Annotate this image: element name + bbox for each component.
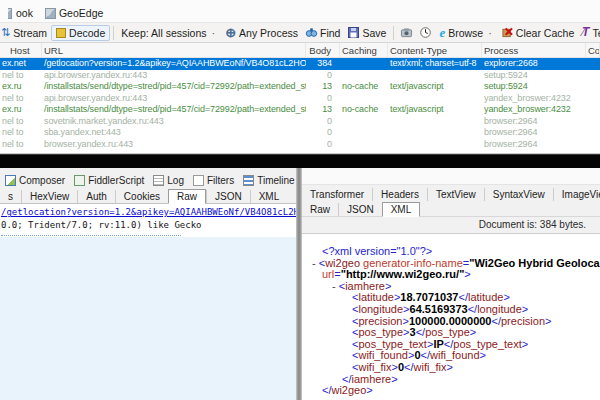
response-tab-imageview[interactable]: ImageView [553,188,600,201]
request-tab-xml[interactable]: XML [250,190,288,203]
xml-token: IP [433,339,443,350]
raw-request-view: /getlocation?version=1.2&apikey=AQIAAHBW… [0,204,296,400]
screenshot-button[interactable] [397,26,416,39]
request-body-area[interactable] [0,237,296,400]
dropdown-dot-icon: · [211,27,215,39]
cell-body: 0 [306,127,340,139]
request-tab-auth[interactable]: Auth [77,190,115,203]
response-tab-xml[interactable]: XML [382,202,421,217]
column-header-caching[interactable]: Caching [340,43,388,57]
tool-tab-log[interactable]: Log [150,174,190,187]
cell-comment [586,81,600,93]
response-inspector-panel: TransformerHeadersTextViewSyntaxViewImag… [302,168,600,400]
tab-label: Auth [86,191,107,202]
browse-button[interactable]: e Browse · [435,26,497,40]
request-tab-raw[interactable]: Raw [168,189,206,204]
find-button[interactable]: Find [302,26,344,40]
tool-tab-timeline[interactable]: Timeline [240,174,300,187]
column-header-content-type[interactable]: Content-Type [388,43,482,57]
xml-token: wi2geo [325,258,360,269]
cell-host: nel to [0,70,42,82]
response-tab-raw[interactable]: Raw [302,203,338,216]
cell-ctype: text/javascript [388,104,482,116]
keep-sessions-dropdown[interactable]: Keep: All sessions · [117,26,221,40]
fiddler-window: ook GeoEdge ⇅ Stream Decode Keep: All se… [0,0,600,400]
cell-ctype: text/javascript [388,81,482,93]
response-tab-syntaxview[interactable]: SyntaxView [484,188,553,201]
column-header-comments[interactable]: Comm [586,43,600,57]
request-header-text: 0.0; Trident/7.0; rv:11.0) like Gecko [0,217,296,230]
table-row[interactable]: nel tosovetnik.market.yandex.ru:4430brow… [0,116,600,128]
xml-token: > [366,385,372,396]
cell-comment [586,58,600,70]
stream-button[interactable]: ⇅ Stream [0,26,51,40]
xml-token: wifi_fix [414,362,447,373]
target-icon: ⊕ [225,27,236,38]
xml-line: - <wi2geo generator-info-name="Wi2Geo Hy… [302,258,600,270]
tab-label: Raw [310,204,330,215]
xml-token: </ [421,350,430,361]
response-tab-headers[interactable]: Headers [372,188,427,201]
save-button[interactable]: Save [344,26,390,40]
response-tab-transformer[interactable]: Transformer [302,188,372,201]
cell-body: 0 [306,70,340,82]
table-row[interactable]: ex.net/getlocation?version=1.2&apikey=AQ… [0,58,600,70]
response-tab-textview[interactable]: TextView [427,188,484,201]
filters-icon [193,175,204,186]
cell-caching [340,127,388,139]
cell-ctype [388,139,482,151]
tool-tab-composer[interactable]: Composer [2,174,71,187]
xml-token: <?xml version="1.0"?> [322,246,432,257]
any-process-button[interactable]: ⊕ Any Process [221,26,302,40]
cell-comment [586,104,600,116]
clear-cache-button[interactable]: Clear Cache [498,26,578,40]
button-label: Decode [69,27,105,39]
request-tab-json[interactable]: JSON [206,190,250,203]
cell-process: browser:2964 [482,139,586,151]
request-tab-cookies[interactable]: Cookies [115,190,168,203]
table-row[interactable]: nel tosba.yandex.net:4430browser:2964 [0,127,600,139]
quickexec-input[interactable] [0,154,600,168]
request-url-link[interactable]: /getlocation?version=1.2&apikey=AQIAAHBW… [0,204,296,217]
xml-token: > [480,350,486,361]
xml-token: > [503,292,509,303]
table-row[interactable]: nel toapi.browser.yandex.ru:4430setup:59… [0,70,600,82]
column-header-body[interactable]: Body [306,43,340,57]
fiddlerscript-icon [74,175,85,186]
column-header-url[interactable]: URL [42,43,306,57]
table-row[interactable]: ex.ru/installstats/send/dtype=stred/pid=… [0,81,600,93]
column-header-process[interactable]: Process [482,43,586,57]
xml-token: 18.7071037 [400,292,458,303]
tool-tab-fiddlerscript[interactable]: FiddlerScript [71,174,150,187]
request-tab-s[interactable]: s [0,190,21,203]
cell-host: nel to [0,127,42,139]
cell-url: api.browser.yandex.ru:443 [42,70,306,82]
tab-label: FiddlerScript [88,175,144,186]
table-row[interactable]: nel toapi.browser.yandex.ru:4430yandex_b… [0,93,600,105]
table-row[interactable]: ex.ru/installstats/send/dtype=stred/pid=… [0,104,600,116]
request-tab-hexview[interactable]: HexView [21,190,77,203]
toolbar-button-ook[interactable]: ook [2,6,39,20]
textwizard-icon: T [582,27,589,38]
cell-caching [340,139,388,151]
document-size-label: Document is: 384 bytes. [302,217,600,233]
table-row[interactable]: nel tobrowser.yandex.ru:4430browser:2964 [0,139,600,151]
xml-token: iamhere [345,281,385,292]
xml-token: "http://www.wi2geo.ru/" [341,269,465,280]
timer-button[interactable] [416,26,435,39]
response-tab-json[interactable]: JSON [338,203,382,216]
cell-ctype [388,93,482,105]
collapse-toggle[interactable]: - [332,281,339,292]
collapse-toggle[interactable]: - [312,258,319,269]
list-gap [0,150,600,153]
tab-label: TextView [436,189,476,200]
toolbar-button-geoedge[interactable]: GeoEdge [39,6,109,20]
textwizard-button[interactable]: ∕ T TextWizard [578,26,600,40]
button-label: Save [362,27,386,39]
button-label: Any Process [239,27,298,39]
session-list-header: Host URL Body Caching Content-Type Proce… [0,43,600,58]
floppy-icon [348,27,359,38]
tool-tab-filters[interactable]: Filters [190,174,240,187]
column-header-host[interactable]: Host [0,43,42,57]
decode-toggle[interactable]: Decode [51,25,110,41]
